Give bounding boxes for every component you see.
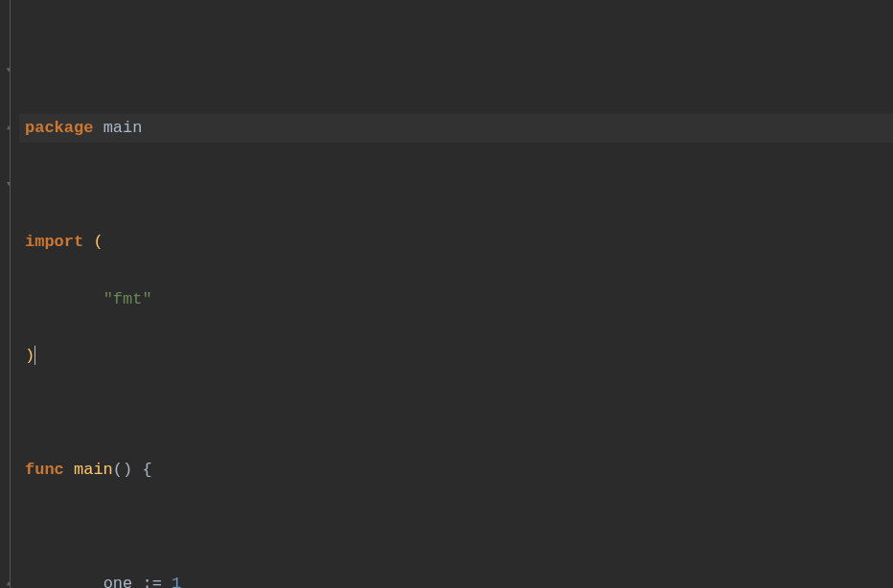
package-name: main: [103, 119, 143, 137]
paren-close: ): [25, 347, 34, 365]
paren-open: (: [93, 233, 103, 251]
fold-icon[interactable]: ▾: [2, 177, 15, 191]
fold-icon[interactable]: ▾: [2, 63, 15, 77]
import-path: "fmt": [103, 290, 152, 308]
parens: (): [113, 461, 132, 479]
fold-icon[interactable]: ▴: [2, 121, 15, 134]
keyword-func: func: [25, 461, 64, 479]
gutter: ▾ ▴ ▾ ▴: [0, 0, 19, 588]
code-editor[interactable]: ▾ ▴ ▾ ▴ package main import ( "fmt" ) fu…: [0, 0, 893, 588]
literal-1: 1: [172, 575, 181, 588]
var-one: one: [103, 575, 133, 588]
keyword-import: import: [25, 233, 83, 251]
keyword-package: package: [25, 119, 93, 137]
fold-icon[interactable]: ▴: [2, 577, 15, 588]
code-area[interactable]: package main import ( "fmt" ) func main(…: [19, 0, 893, 588]
func-name: main: [74, 461, 113, 479]
text-caret: [34, 346, 35, 365]
decl-op: :=: [142, 575, 161, 588]
brace-open: {: [142, 461, 151, 479]
